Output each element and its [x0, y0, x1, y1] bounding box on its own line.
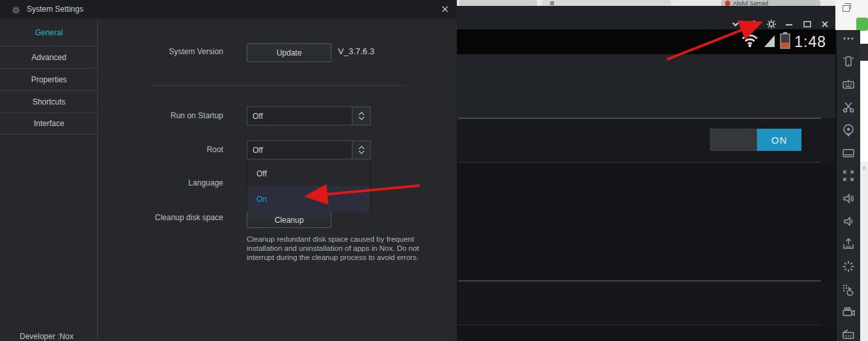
collapse-toolbar-icon[interactable] — [730, 19, 741, 29]
emulator-screen: ON — [457, 54, 835, 341]
emulator-titlebar — [457, 6, 835, 29]
restart-icon[interactable] — [841, 259, 856, 274]
settings-titlebar[interactable]: System Settings — [0, 0, 457, 18]
cleanup-button[interactable]: Cleanup — [247, 212, 332, 228]
more-options-icon[interactable] — [841, 31, 856, 46]
close-icon[interactable] — [820, 19, 830, 29]
screen-row — [457, 282, 835, 325]
root-select[interactable]: Off — [247, 140, 371, 159]
root-label: Root — [104, 145, 223, 154]
settings-close-icon[interactable] — [440, 4, 450, 14]
nav-item-shortcuts[interactable]: Shortcuts — [0, 90, 98, 112]
browser-tab-strip: Abdul Samad — [457, 0, 868, 6]
fullscreen-icon[interactable] — [841, 169, 856, 183]
location-icon[interactable] — [841, 123, 856, 137]
system-version-label: System Version — [104, 47, 223, 56]
dropdown-option-on[interactable]: On — [247, 186, 370, 212]
restore-window-icon[interactable] — [843, 5, 850, 12]
toggle-on-label: ON — [757, 129, 801, 151]
nav-item-properties[interactable]: Properties — [0, 68, 98, 90]
nav-item-interface[interactable]: Interface — [0, 112, 98, 135]
spinner-icon[interactable] — [352, 107, 370, 125]
video-recorder-icon[interactable] — [841, 305, 856, 319]
run-on-startup-label: Run on Startup — [104, 111, 223, 120]
pin-icon[interactable] — [749, 19, 759, 29]
browser-scrollbar[interactable]: ∧ — [860, 162, 868, 341]
dropdown-option-off[interactable]: Off — [247, 161, 370, 186]
cleanup-description: Cleanup redundant disk space caused by f… — [247, 235, 441, 262]
battery-icon — [780, 32, 790, 52]
browser-image-fragment — [860, 44, 868, 61]
divider — [458, 325, 821, 325]
minimize-icon[interactable] — [784, 19, 794, 29]
developer-footer: Developer :Nox — [20, 332, 74, 341]
language-label: Language — [104, 178, 223, 187]
run-on-startup-select[interactable]: Off — [247, 106, 371, 125]
toggle-track — [710, 129, 757, 151]
scroll-up-icon[interactable]: ∧ — [862, 165, 867, 171]
screen-section — [457, 54, 835, 118]
root-dropdown-list: Off On — [247, 161, 371, 212]
shake-device-icon[interactable] — [841, 54, 856, 69]
browser-tab[interactable] — [542, 0, 671, 6]
android-status-bar: 1:48 — [457, 29, 835, 54]
tab-favicon — [725, 1, 730, 6]
browser-tab-abdul-samad[interactable]: Abdul Samad — [721, 0, 820, 6]
root-value: Off — [247, 141, 352, 159]
screen: Abdul Samad ∧ — [0, 0, 868, 341]
status-time: 1:48 — [794, 33, 826, 51]
section-divider — [151, 85, 405, 86]
maximize-icon[interactable] — [802, 19, 813, 29]
divider — [458, 162, 821, 163]
virtual-keyboard-icon[interactable] — [841, 77, 856, 91]
svg-text:apk: apk — [846, 244, 852, 248]
cut-icon[interactable] — [841, 100, 856, 114]
background-app-icon — [856, 18, 868, 31]
nav-item-general[interactable]: General — [0, 24, 98, 42]
macro-recorder-icon[interactable] — [841, 282, 856, 297]
version-value: V_3.7.6.3 — [338, 46, 375, 56]
update-button[interactable]: Update — [247, 43, 332, 62]
favicon — [550, 1, 554, 5]
settings-gear-icon — [12, 5, 20, 14]
cleanup-disk-space-label: Cleanup disk space — [104, 213, 223, 222]
nav-item-advanced[interactable]: Advanced — [0, 46, 98, 68]
emulator-toolbar: apk — [837, 30, 860, 341]
apk-install-icon[interactable]: apk — [841, 236, 856, 251]
settings-nav: General Advanced Properties Shortcuts In… — [0, 18, 98, 341]
bank-card-icon[interactable] — [841, 146, 856, 160]
signal-icon — [763, 33, 776, 51]
spinner-icon[interactable] — [352, 141, 370, 159]
system-settings-window: System Settings General Advanced Propert… — [0, 0, 457, 341]
volume-up-icon[interactable] — [841, 191, 856, 206]
browser-tab[interactable] — [459, 0, 537, 6]
volume-down-icon[interactable] — [841, 214, 856, 229]
keyboard-icon[interactable] — [841, 327, 856, 341]
wifi-icon — [741, 33, 759, 51]
run-on-startup-value: Off — [247, 107, 352, 125]
settings-title: System Settings — [27, 5, 84, 14]
tab-title: Abdul Samad — [733, 0, 768, 6]
gear-icon[interactable] — [766, 19, 777, 29]
on-off-toggle[interactable]: ON — [710, 129, 801, 151]
